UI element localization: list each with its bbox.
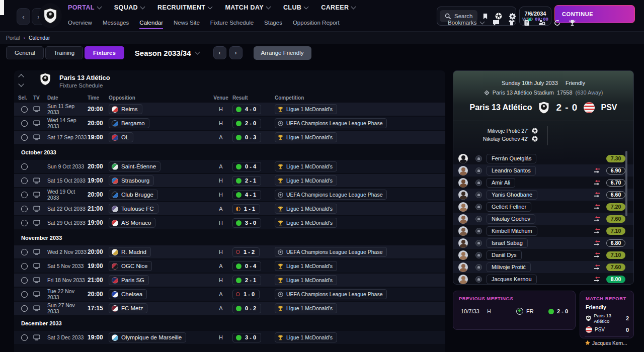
result-pill[interactable]: 1 - 2 bbox=[232, 247, 260, 257]
away-team-name[interactable]: PSV bbox=[601, 103, 617, 112]
col-sel[interactable]: Sel. bbox=[18, 95, 33, 101]
opposition-chip[interactable]: OL bbox=[109, 132, 133, 142]
chevron-down-icon[interactable] bbox=[18, 81, 24, 86]
player-rating-row[interactable]: Ferrán Quetglás 7.30 bbox=[453, 152, 633, 164]
subnav-calendar[interactable]: Calendar bbox=[139, 20, 163, 29]
competitions-trophy-icon[interactable] bbox=[569, 20, 576, 26]
subnav-stages[interactable]: Stages bbox=[264, 20, 282, 29]
squad-shirt-icon[interactable] bbox=[508, 20, 515, 26]
arrange-friendly-button[interactable]: Arrange Friendly bbox=[254, 46, 311, 60]
competition-chip[interactable]: UEFA Champions League League Phase bbox=[275, 118, 387, 128]
result-pill[interactable]: 1 - 0 bbox=[232, 290, 260, 299]
opposition-chip[interactable]: Reims bbox=[109, 104, 142, 114]
player-rating-row[interactable]: Kimbell Mitchum 7.10 bbox=[453, 225, 633, 237]
select-radio[interactable] bbox=[21, 163, 28, 170]
refresh-icon[interactable] bbox=[554, 20, 560, 26]
select-radio[interactable] bbox=[21, 291, 28, 298]
fixture-row[interactable]: Sat 3 Dec 2033 19:00 Olympique de Marsei… bbox=[14, 331, 445, 344]
inbox-chat-icon[interactable] bbox=[493, 20, 500, 26]
season-selector[interactable]: Season 2033/34 bbox=[135, 49, 199, 57]
player-name[interactable]: Leandro Santos bbox=[487, 166, 536, 175]
opposition-chip[interactable]: Paris SG bbox=[109, 275, 149, 285]
opposition-chip[interactable]: Toulouse FC bbox=[109, 204, 158, 214]
competition-chip[interactable]: UEFA Champions League League Phase bbox=[275, 289, 387, 299]
player-name[interactable]: Milivoje Protić bbox=[487, 262, 531, 272]
fixture-row[interactable]: Sun 27 Nov 2033 17:15 FC Metz A 0 - 2 Li… bbox=[14, 302, 445, 315]
result-pill[interactable]: 0 - 3 bbox=[232, 133, 261, 142]
competition-chip[interactable]: Ligue 1 McDonald's bbox=[275, 132, 337, 142]
fixture-row[interactable]: Wed 14 Sep 2033 20:00 Bergamo H 2 - 0 UE… bbox=[14, 117, 445, 130]
col-tv[interactable]: TV bbox=[33, 95, 47, 101]
player-rating-row[interactable]: Daniil Dys 7.10 bbox=[453, 249, 633, 261]
result-pill[interactable]: 2 - 1 bbox=[232, 176, 261, 186]
fixture-row[interactable]: Sat 15 Oct 2033 19:00 Strasbourg H 2 - 1… bbox=[14, 174, 445, 187]
opposition-chip[interactable]: AS Monaco bbox=[109, 218, 155, 228]
col-competition[interactable]: Competition bbox=[275, 95, 445, 101]
tab-fixtures[interactable]: Fixtures bbox=[85, 46, 124, 59]
opposition-chip[interactable]: FC Metz bbox=[109, 303, 147, 313]
select-radio[interactable] bbox=[21, 305, 28, 312]
tab-general[interactable]: General bbox=[6, 46, 44, 59]
bookmarks-dropdown[interactable]: Bookmarks bbox=[448, 20, 484, 26]
player-rating-row[interactable]: Milivoje Protić 7.60 bbox=[453, 261, 633, 273]
select-radio[interactable] bbox=[21, 206, 28, 212]
player-name[interactable]: Amir Ali bbox=[487, 178, 515, 188]
player-name[interactable]: Yanis Ghodbane bbox=[487, 190, 537, 200]
opposition-chip[interactable]: Club Brugge bbox=[109, 190, 158, 200]
previous-season-button[interactable]: ‹ bbox=[213, 46, 226, 59]
col-venue[interactable]: Venue bbox=[209, 95, 232, 101]
match-report-away-row[interactable]: PSV 0 bbox=[586, 326, 629, 333]
subnav-opposition-report[interactable]: Opposition Report bbox=[293, 20, 340, 29]
result-pill[interactable]: 3 - 0 bbox=[232, 218, 261, 228]
fixture-row[interactable]: Sun 11 Sep 2033 20:00 Reims H 4 - 0 Ligu… bbox=[14, 103, 445, 116]
competition-chip[interactable]: Ligue 1 McDonald's bbox=[275, 175, 337, 186]
nav-career[interactable]: CAREER bbox=[321, 4, 355, 11]
history-back-button[interactable]: ‹ bbox=[17, 8, 30, 25]
player-rating-row[interactable]: Amir Ali 6.70 bbox=[453, 177, 633, 189]
home-team-name[interactable]: Paris 13 Atlético bbox=[470, 103, 532, 112]
competition-chip[interactable]: Ligue 1 McDonald's bbox=[275, 204, 337, 214]
fixture-row[interactable]: Sat 17 Sep 2033 19:00 OL A 0 - 3 Ligue 1… bbox=[14, 131, 445, 144]
player-name[interactable]: Nikolay Gochev bbox=[487, 214, 535, 224]
player-rating-row[interactable]: Israel Sabag 6.80 bbox=[453, 237, 633, 249]
player-rating-row[interactable]: Jacques Kernou 8.00 bbox=[453, 273, 633, 285]
opposition-chip[interactable]: OGC Nice bbox=[109, 261, 152, 271]
result-pill[interactable]: 4 - 1 bbox=[232, 190, 261, 200]
fixture-row[interactable]: Fri 18 Nov 2033 21:00 Paris SG H 2 - 1 L… bbox=[14, 274, 445, 287]
opposition-chip[interactable]: Saint-Étienne bbox=[109, 161, 160, 171]
select-radio[interactable] bbox=[21, 263, 28, 270]
select-radio[interactable] bbox=[21, 220, 28, 226]
result-pill[interactable]: 4 - 0 bbox=[232, 105, 261, 114]
opposition-chip[interactable]: Olympique de Marseille bbox=[109, 332, 186, 342]
select-radio[interactable] bbox=[21, 120, 28, 127]
competition-chip[interactable]: Ligue 1 McDonald's bbox=[275, 261, 337, 271]
result-pill[interactable]: 2 - 0 bbox=[232, 119, 261, 128]
result-pill[interactable]: 1 - 1 bbox=[232, 204, 260, 214]
fixture-row[interactable]: Tue 22 Nov 2033 20:00 Chelsea A 1 - 0 UE… bbox=[14, 288, 445, 301]
subnav-messages[interactable]: Messages bbox=[103, 20, 129, 29]
select-radio[interactable] bbox=[21, 106, 28, 113]
select-radio[interactable] bbox=[21, 192, 28, 198]
result-pill[interactable]: 0 - 4 bbox=[232, 261, 261, 271]
competition-chip[interactable]: UEFA Champions League League Phase bbox=[275, 190, 387, 200]
subnav-overview[interactable]: Overview bbox=[68, 20, 92, 29]
result-pill[interactable]: 3 - 0 bbox=[232, 333, 261, 342]
player-rating-row[interactable]: Leandro Santos 6.90 bbox=[453, 164, 633, 177]
opposition-chip[interactable]: Chelsea bbox=[109, 289, 147, 299]
competition-chip[interactable]: UEFA Champions League League Phase bbox=[275, 247, 387, 257]
opposition-chip[interactable]: R. Madrid bbox=[109, 247, 151, 257]
tab-training[interactable]: Training bbox=[45, 46, 83, 59]
star-player-row[interactable]: Jacques Kern... bbox=[585, 336, 629, 346]
select-radio[interactable] bbox=[21, 249, 28, 255]
ratings-scrollbar-thumb[interactable] bbox=[625, 151, 627, 216]
fixture-row[interactable]: Sun 9 Oct 2033 20:00 Saint-Étienne A 0 -… bbox=[14, 160, 445, 173]
select-radio[interactable] bbox=[21, 134, 28, 141]
competition-chip[interactable]: Ligue 1 McDonald's bbox=[275, 275, 337, 285]
previous-meeting-row[interactable]: 10/7/33 H FR 2 - 0 bbox=[461, 308, 575, 315]
report-card-icon[interactable] bbox=[524, 20, 530, 26]
player-name[interactable]: Daniil Dys bbox=[487, 250, 522, 260]
player-rating-row[interactable]: Yanis Ghodbane 6.60 bbox=[453, 189, 633, 201]
player-rating-row[interactable]: Gellért Fellner 7.20 bbox=[453, 201, 633, 213]
col-opposition[interactable]: Opposition bbox=[109, 95, 209, 101]
player-name[interactable]: Ferrán Quetglás bbox=[487, 154, 536, 163]
